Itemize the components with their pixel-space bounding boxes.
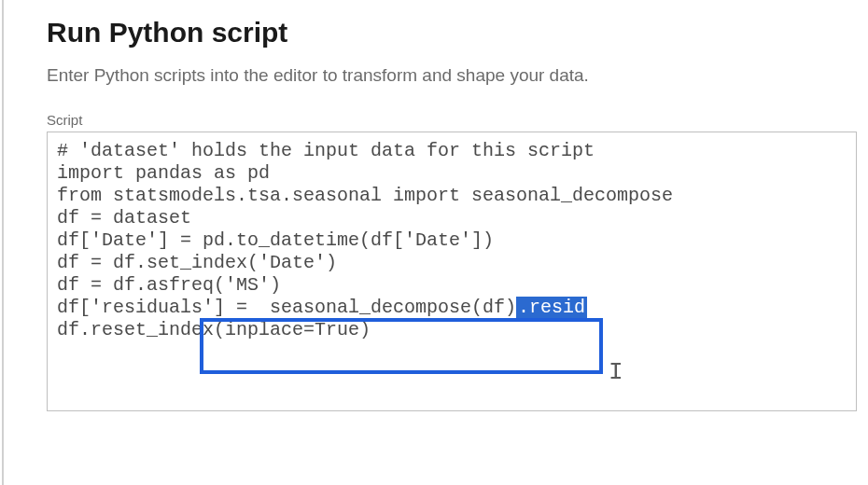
code-line: df = df.set_index('Date') [57, 252, 847, 274]
code-text: seasonal_decompose(df) [259, 297, 516, 318]
dialog-subtitle: Enter Python scripts into the editor to … [47, 65, 821, 86]
left-divider [2, 0, 4, 485]
code-line: df['residuals'] = seasonal_decompose(df)… [57, 297, 847, 319]
run-python-dialog: Run Python script Enter Python scripts i… [0, 0, 868, 411]
code-line: from statsmodels.tsa.seasonal import sea… [57, 185, 847, 207]
selected-text: .resid [516, 297, 587, 318]
code-text-obscured: S') [247, 274, 281, 296]
dialog-title: Run Python script [47, 17, 821, 48]
code-line: df = dataset [57, 207, 847, 229]
script-editor[interactable]: # 'dataset' holds the input data for thi… [47, 132, 857, 411]
code-line: df = df.asfreq('MS') [57, 274, 847, 297]
code-line: import pandas as pd [57, 162, 847, 185]
code-line: df['Date'] = pd.to_datetime(df['Date']) [57, 229, 847, 252]
code-text: df['residuals'] = [57, 297, 259, 318]
code-line: df.reset_index(inplace=True) [57, 319, 847, 341]
script-field-label: Script [47, 112, 821, 128]
code-text: df = df.asfreq('M [57, 274, 247, 296]
code-text: df.reset_index(in [57, 319, 247, 340]
code-line: # 'dataset' holds the input data for thi… [57, 140, 847, 162]
code-text-obscured: place=True) [247, 319, 371, 340]
